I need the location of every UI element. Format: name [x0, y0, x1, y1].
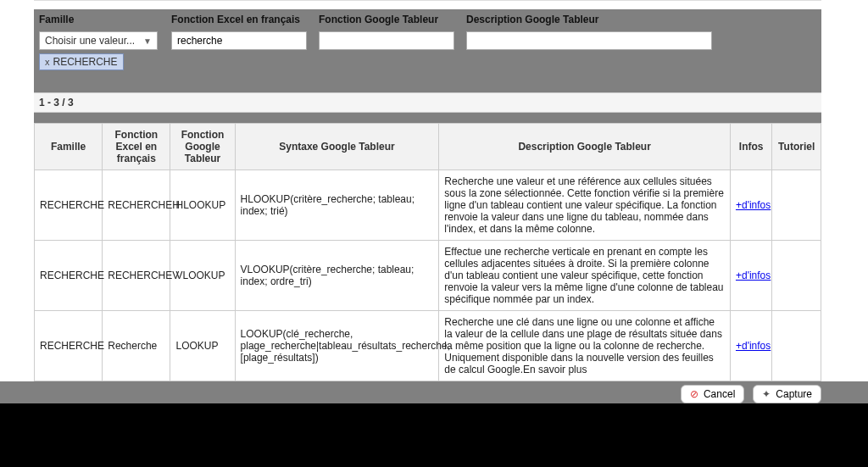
filter-label-famille: Famille: [39, 11, 166, 28]
close-icon: x: [45, 57, 50, 67]
cell-infos: +d'infos: [730, 170, 771, 241]
cell-famille: RECHERCHE: [35, 311, 103, 381]
table-row: RECHERCHERECHERCHEVVLOOKUPVLOOKUP(critèr…: [35, 241, 821, 311]
footer-black-strip: [0, 403, 868, 467]
table-row: RECHERCHERECHERCHEHHLOOKUPHLOOKUP(critèr…: [35, 170, 821, 241]
cancel-button-label: Cancel: [704, 388, 735, 400]
cell-excel: Recherche: [103, 311, 170, 381]
table-row: RECHERCHERechercheLOOKUPLOOKUP(clé_reche…: [35, 311, 821, 381]
cell-syntax: HLOOKUP(critère_recherche; tableau; inde…: [235, 170, 439, 241]
cell-excel: RECHERCHEV: [103, 241, 170, 311]
table-header-row: Famille Fonction Excel en français Fonct…: [35, 124, 821, 170]
cell-desc: Recherche une valeur et une référence au…: [439, 170, 731, 241]
capture-button[interactable]: ✦ Capture: [753, 385, 821, 403]
cell-google: VLOOKUP: [170, 241, 235, 311]
th-syntax[interactable]: Syntaxe Google Tableur: [235, 124, 439, 170]
filter-chip-recherche[interactable]: x RECHERCHE: [39, 53, 124, 70]
cancel-button[interactable]: ⊘ Cancel: [681, 385, 744, 403]
infos-link[interactable]: +d'infos: [736, 270, 771, 281]
th-google[interactable]: Fonction Google Tableur: [170, 124, 235, 170]
cell-tuto: [772, 170, 821, 241]
infos-link[interactable]: +d'infos: [736, 340, 771, 352]
cell-infos: +d'infos: [730, 311, 771, 381]
chevron-down-icon: ▼: [143, 36, 152, 46]
cell-famille: RECHERCHE: [35, 170, 103, 241]
cell-google: LOOKUP: [170, 311, 235, 381]
cell-desc: Recherche une clé dans une ligne ou une …: [439, 311, 731, 381]
th-famille[interactable]: Famille: [35, 124, 103, 170]
filter-label-desc: Description Google Tableur: [466, 11, 721, 28]
th-tuto[interactable]: Tutoriel: [772, 124, 821, 170]
filter-chip-label: RECHERCHE: [53, 56, 118, 68]
cell-tuto: [772, 311, 821, 381]
famille-select[interactable]: Choisir une valeur... ▼: [39, 31, 158, 50]
filter-panel: Famille Choisir une valeur... ▼ Fonction…: [34, 9, 821, 381]
bolt-icon: ✦: [762, 388, 771, 400]
bottom-button-bar: ⊘ Cancel ✦ Capture: [0, 381, 868, 403]
top-divider: [34, 0, 821, 1]
cancel-icon: ⊘: [690, 388, 698, 400]
cell-syntax: VLOOKUP(critère_recherche; tableau; inde…: [235, 241, 439, 311]
result-count-bar: 1 - 3 / 3: [34, 92, 821, 113]
cell-infos: +d'infos: [730, 241, 771, 311]
filter-label-google: Fonction Google Tableur: [319, 11, 461, 28]
th-excel[interactable]: Fonction Excel en français: [103, 124, 170, 170]
cell-famille: RECHERCHE: [35, 241, 103, 311]
filter-input-excel[interactable]: [171, 31, 307, 50]
cell-tuto: [772, 241, 821, 311]
filter-input-desc[interactable]: [466, 31, 712, 50]
filter-input-google[interactable]: [319, 31, 454, 50]
infos-link[interactable]: +d'infos: [736, 199, 771, 211]
cell-google: HLOOKUP: [170, 170, 235, 241]
capture-button-label: Capture: [776, 388, 812, 400]
cell-desc: Effectue une recherche verticale en pren…: [439, 241, 731, 311]
cell-syntax: LOOKUP(clé_recherche, plage_recherche|ta…: [235, 311, 439, 381]
results-table: Famille Fonction Excel en français Fonct…: [34, 123, 821, 381]
th-infos[interactable]: Infos: [730, 124, 771, 170]
th-desc[interactable]: Description Google Tableur: [439, 124, 731, 170]
cell-excel: RECHERCHEH: [103, 170, 170, 241]
filter-label-excel: Fonction Excel en français: [171, 11, 314, 28]
famille-select-value: Choisir une valeur...: [45, 35, 135, 47]
